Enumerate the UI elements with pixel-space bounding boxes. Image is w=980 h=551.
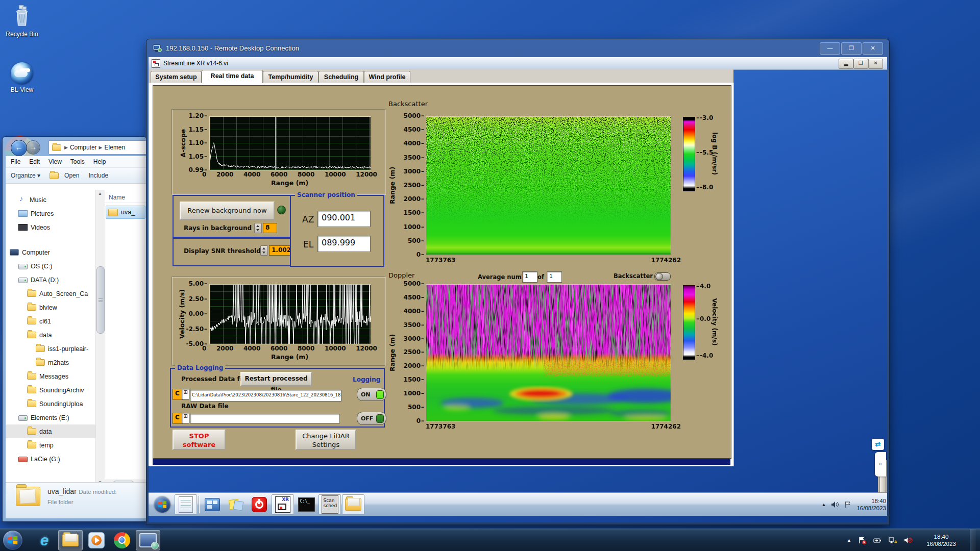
renew-background-button[interactable]: Renew background now bbox=[180, 202, 275, 220]
tree-item-computer[interactable]: Computer bbox=[6, 245, 95, 259]
streamline-close-button[interactable]: ✕ bbox=[868, 59, 883, 69]
tree-item-data[interactable]: data bbox=[6, 328, 95, 342]
raw-path-field[interactable] bbox=[190, 414, 340, 423]
rays-value-field[interactable]: 8 bbox=[263, 223, 277, 233]
raw-logging-toggle-off[interactable]: OFF bbox=[357, 412, 386, 425]
menu-view[interactable]: View bbox=[48, 158, 62, 165]
breadcrumb[interactable]: ▶ Computer ▶ Elemen bbox=[48, 140, 151, 155]
processed-path-type-icon[interactable]: ⊞ bbox=[182, 389, 189, 399]
host-clock[interactable]: 18:40 16/08/2023 bbox=[919, 533, 963, 547]
taskbar-remote-desktop[interactable] bbox=[136, 530, 160, 550]
open-button[interactable]: Open bbox=[50, 172, 79, 179]
menu-file[interactable]: File bbox=[11, 158, 20, 165]
tray-expand-icon[interactable]: ▲ bbox=[822, 502, 826, 507]
average-total-field[interactable]: 1 bbox=[547, 271, 562, 283]
speaker-icon[interactable] bbox=[831, 501, 839, 508]
teamviewer-arrows-icon[interactable]: ⇄ bbox=[872, 439, 884, 450]
streamline-title-bar[interactable]: StreamLine XR v14-6.vi bbox=[149, 57, 887, 70]
tab-real-time-data[interactable]: Real time data bbox=[202, 70, 263, 83]
tab-scheduling[interactable]: Scheduling bbox=[318, 71, 364, 83]
remote-taskbar-stop-tool[interactable] bbox=[248, 494, 271, 515]
scrollbar-thumb[interactable] bbox=[96, 266, 105, 334]
remote-taskbar-sticky-notes[interactable] bbox=[225, 494, 247, 515]
backscatter-toggle-switch[interactable] bbox=[654, 272, 671, 281]
tree-item-blview[interactable]: blview bbox=[6, 300, 95, 314]
tree-item-videos[interactable]: Videos bbox=[6, 220, 95, 234]
network-icon[interactable] bbox=[889, 536, 897, 544]
rdp-close-button[interactable]: ✕ bbox=[863, 42, 883, 55]
taskbar-windows-explorer[interactable] bbox=[58, 530, 83, 550]
az-field[interactable]: 090.001 bbox=[317, 211, 371, 227]
menu-help[interactable]: Help bbox=[93, 158, 106, 165]
tab-temp-humidity[interactable]: Temp/humidity bbox=[263, 71, 318, 83]
action-center-flag-icon[interactable] bbox=[844, 501, 851, 508]
processed-path-field[interactable]: C:\Lidar\Data\Proc\2023\202308\20230816\… bbox=[190, 390, 341, 402]
rdp-minimize-button[interactable]: — bbox=[820, 42, 840, 55]
scroll-up-icon[interactable]: ▲ bbox=[96, 190, 104, 198]
streamline-restore-button[interactable]: ❐ bbox=[853, 59, 868, 69]
tree-item-m2hats[interactable]: m2hats bbox=[6, 356, 95, 369]
change-lidar-settings-button[interactable]: Change LiDAR Settings bbox=[296, 430, 356, 450]
tab-system-setup[interactable]: System setup bbox=[151, 71, 202, 83]
action-center-flag-icon[interactable] bbox=[858, 536, 867, 544]
tree-item-auto-screen-ca[interactable]: Auto_Screen_Ca bbox=[6, 287, 95, 300]
back-button[interactable]: ← bbox=[11, 140, 27, 156]
tree-scrollbar[interactable]: ▲ ▼ bbox=[95, 190, 105, 487]
battery-icon[interactable] bbox=[873, 536, 882, 544]
tree-item-data[interactable]: data bbox=[6, 424, 95, 438]
desktop-icon-recycle-bin[interactable]: Recycle Bin bbox=[0, 4, 44, 38]
start-button[interactable] bbox=[1, 531, 24, 550]
tree-item-lacie-g-[interactable]: LaCie (G:) bbox=[6, 452, 95, 466]
remote-clock[interactable]: 18:40 16/08/2023 bbox=[856, 497, 886, 512]
file-item-uva-lidar[interactable]: uva_ bbox=[106, 206, 145, 219]
speaker-muted-icon[interactable] bbox=[904, 536, 913, 544]
remote-taskbar-notepad[interactable] bbox=[175, 494, 197, 515]
remote-taskbar-streamline-vi[interactable]: XR bbox=[272, 494, 294, 515]
ascope-cursor[interactable] bbox=[275, 117, 276, 170]
rdp-title-bar[interactable]: 192.168.0.150 - Remote Desktop Connectio… bbox=[146, 39, 889, 57]
forward-button[interactable]: → bbox=[26, 140, 40, 155]
remote-taskbar-command-prompt[interactable]: C:\_ bbox=[295, 494, 317, 515]
menu-edit[interactable]: Edit bbox=[29, 158, 40, 165]
tree-item-messages[interactable]: Messages bbox=[6, 369, 95, 383]
tree-item-pictures[interactable]: Pictures bbox=[6, 207, 95, 220]
taskbar-chrome[interactable] bbox=[110, 531, 134, 550]
rdp-maximize-button[interactable]: ❐ bbox=[841, 42, 862, 55]
stop-software-button[interactable]: STOP software bbox=[173, 430, 226, 450]
tree-item-temp[interactable]: temp bbox=[6, 438, 95, 452]
tree-item-soundingarchiv[interactable]: SoundingArchiv bbox=[6, 383, 95, 397]
processed-logging-toggle-on[interactable]: ON bbox=[357, 388, 386, 401]
processed-drive-box[interactable]: C bbox=[173, 389, 183, 400]
el-field[interactable]: 089.999 bbox=[317, 236, 371, 252]
streamline-minimize-button[interactable]: ▂ bbox=[839, 59, 853, 69]
tab-wind-profile[interactable]: Wind profile bbox=[364, 71, 410, 83]
tree-item-data-d-[interactable]: DATA (D:) bbox=[6, 273, 95, 287]
restart-processed-file-button[interactable]: Restart processed file bbox=[240, 372, 312, 386]
show-desktop-button[interactable] bbox=[970, 529, 976, 551]
organize-button[interactable]: Organize ▾ bbox=[11, 172, 40, 179]
tree-item-soundinguploa[interactable]: SoundingUploa bbox=[6, 397, 95, 411]
taskbar-internet-explorer[interactable]: e bbox=[33, 531, 56, 550]
tray-expand-icon[interactable]: ▲ bbox=[847, 538, 851, 543]
breadcrumb-item-computer[interactable]: Computer bbox=[70, 144, 97, 151]
include-button[interactable]: Include bbox=[88, 172, 108, 179]
teamviewer-side-tab[interactable]: « bbox=[875, 452, 886, 477]
remote-taskbar-explorer[interactable] bbox=[342, 494, 364, 515]
menu-tools[interactable]: Tools bbox=[70, 158, 85, 165]
taskbar-media-player[interactable] bbox=[85, 531, 108, 550]
remote-taskbar-system-tool[interactable] bbox=[201, 494, 224, 515]
remote-start-button[interactable] bbox=[151, 494, 174, 515]
desktop-icon-bl-view[interactable]: BL-View bbox=[0, 62, 44, 93]
tree-item-cl61[interactable]: cl61 bbox=[6, 314, 95, 328]
rays-stepper[interactable] bbox=[254, 223, 262, 233]
tree-item-iss1-purpleair-[interactable]: iss1-purpleair- bbox=[6, 342, 95, 356]
breadcrumb-item-elements[interactable]: Elemen bbox=[105, 144, 126, 151]
raw-path-type-icon[interactable]: ⊞ bbox=[182, 413, 189, 423]
remote-taskbar-scan-scheduler[interactable]: Scansched bbox=[318, 494, 341, 515]
average-number-field[interactable]: 1 bbox=[522, 271, 537, 283]
tree-item-music[interactable]: Music bbox=[6, 193, 95, 207]
raw-drive-box[interactable]: C bbox=[173, 413, 183, 424]
tree-item-os-c-[interactable]: OS (C:) bbox=[6, 259, 95, 273]
column-header-name[interactable]: Name bbox=[105, 193, 146, 203]
tree-item-elements-e-[interactable]: Elements (E:) bbox=[6, 411, 95, 424]
